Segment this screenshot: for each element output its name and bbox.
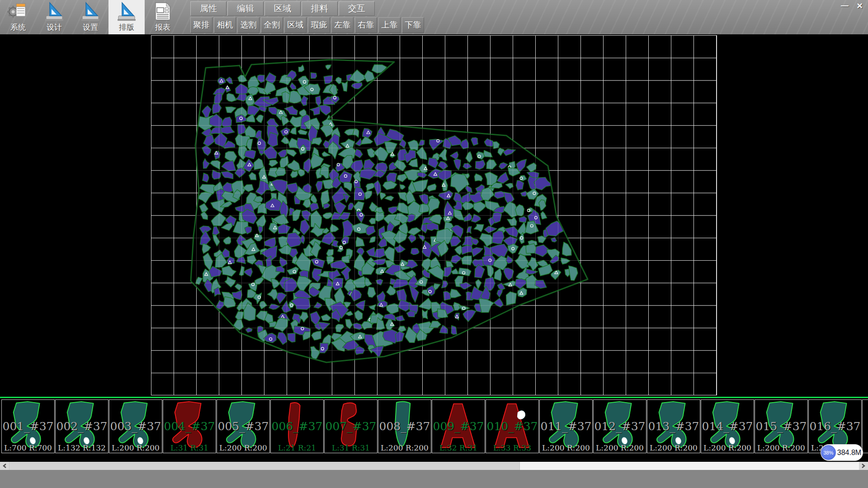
piece-id-label: 016_#37 bbox=[809, 420, 861, 433]
piece-lr-count: L:31 R:31 bbox=[325, 443, 377, 452]
piece-id-label: 005_#37 bbox=[217, 420, 269, 433]
system-gear-icon bbox=[6, 1, 30, 22]
nav-item-nesting-ruler[interactable]: 排版 bbox=[108, 0, 145, 34]
piece-id-label: 009_#37 bbox=[432, 420, 485, 433]
memory-usage-label: 384.8M bbox=[836, 449, 863, 457]
close-button[interactable]: ✕ bbox=[852, 0, 867, 12]
nav-item-label: 设置 bbox=[83, 22, 98, 33]
tool-button[interactable]: 区域 bbox=[284, 17, 307, 33]
piece-thumbnail[interactable]: 002_#37L:132 R:132 bbox=[55, 399, 108, 453]
tool-button[interactable]: 下靠 bbox=[402, 17, 424, 33]
nav-item-report-doc[interactable]: 报表 bbox=[145, 0, 181, 34]
piece-id-label: 001_#37 bbox=[2, 420, 54, 433]
piece-thumbnail-strip: 001_#37L:700 R:700002_#37L:132 R:132003_… bbox=[0, 397, 868, 454]
piece-thumbnail[interactable]: 005_#37L:200 R:200 bbox=[217, 399, 270, 453]
chevron-right-icon bbox=[862, 464, 865, 468]
tool-button[interactable]: 左靠 bbox=[331, 17, 354, 33]
application-window: 系统设计设置排版报表 属性编辑区域排料交互 聚排相机选割全割区域瑕疵左靠右靠上靠… bbox=[0, 0, 868, 488]
nav-item-label: 报表 bbox=[155, 22, 170, 33]
nesting-canvas[interactable] bbox=[0, 34, 868, 397]
piece-thumbnail[interactable]: 013_#37L:200 R:200 bbox=[647, 399, 700, 453]
nesting-ruler-icon bbox=[115, 1, 138, 22]
tool-button-row: 聚排相机选割全割区域瑕疵左靠右靠上靠下靠 bbox=[190, 17, 425, 33]
piece-thumbnail[interactable]: 009_#37L:32 R:31 bbox=[432, 399, 485, 453]
piece-lr-count: L:200 R:200 bbox=[594, 443, 646, 452]
settings-ruler-icon bbox=[79, 1, 102, 22]
piece-thumbnail[interactable]: 010_#37L:33 R:33 bbox=[486, 399, 539, 453]
nav-item-label: 排版 bbox=[119, 22, 134, 33]
piece-thumbnail[interactable]: 007_#37L:31 R:31 bbox=[324, 399, 377, 453]
minimize-button[interactable]: — bbox=[837, 0, 852, 12]
piece-lr-count: L:700 R:700 bbox=[2, 443, 54, 452]
piece-thumbnail[interactable]: 015_#37L:200 R:200 bbox=[755, 399, 808, 453]
tool-button[interactable]: 聚排 bbox=[190, 17, 212, 33]
piece-lr-count: L:200 R:200 bbox=[109, 443, 162, 452]
piece-lr-count: L:200 R:200 bbox=[701, 443, 754, 452]
piece-id-label: 014_#37 bbox=[701, 420, 754, 433]
piece-lr-count: L:33 R:33 bbox=[486, 443, 538, 452]
chevron-left-icon bbox=[3, 464, 6, 468]
piece-id-label: 010_#37 bbox=[486, 420, 538, 433]
piece-id-label: 007_#37 bbox=[325, 420, 377, 433]
piece-id-label: 015_#37 bbox=[755, 420, 807, 433]
progress-circle: 38% bbox=[821, 445, 836, 460]
piece-lr-count: L:200 R:200 bbox=[755, 443, 807, 452]
menu-tab[interactable]: 交互 bbox=[339, 1, 375, 16]
tool-button[interactable]: 右靠 bbox=[355, 17, 377, 33]
piece-lr-count: L:21 R:21 bbox=[271, 443, 323, 452]
tool-button[interactable]: 上靠 bbox=[378, 17, 401, 33]
piece-thumbnail[interactable]: 012_#37L:200 R:200 bbox=[593, 399, 646, 453]
piece-id-label: 012_#37 bbox=[594, 420, 646, 433]
scroll-left-button[interactable] bbox=[0, 462, 9, 470]
menu-tab[interactable]: 属性 bbox=[190, 1, 226, 16]
piece-id-label: 004_#37 bbox=[163, 420, 216, 433]
main-nav-toolbar: 系统设计设置排版报表 bbox=[0, 0, 181, 34]
piece-id-label: 013_#37 bbox=[647, 420, 700, 433]
scroll-right-button[interactable] bbox=[859, 462, 868, 470]
tool-button[interactable]: 全割 bbox=[261, 17, 283, 33]
piece-lr-count: L:200 R:200 bbox=[217, 443, 269, 452]
piece-thumbnail[interactable]: 001_#37L:700 R:700 bbox=[1, 399, 55, 453]
nav-item-label: 设计 bbox=[47, 22, 62, 33]
piece-id-label: 002_#37 bbox=[56, 420, 108, 433]
nav-item-design-ruler[interactable]: 设计 bbox=[36, 0, 72, 34]
leather-hide-layout bbox=[0, 34, 868, 397]
menu-tab[interactable]: 排料 bbox=[302, 1, 338, 16]
menu-tab[interactable]: 区域 bbox=[264, 1, 301, 16]
nav-item-label: 系统 bbox=[10, 22, 26, 33]
piece-lr-count: L:31 R:31 bbox=[163, 443, 216, 452]
piece-thumbnail[interactable]: 004_#37L:31 R:31 bbox=[163, 399, 216, 453]
nav-item-system-gear[interactable]: 系统 bbox=[0, 0, 36, 34]
piece-thumbnail[interactable]: 006_#37L:21 R:21 bbox=[270, 399, 324, 453]
nav-item-settings-ruler[interactable]: 设置 bbox=[72, 0, 108, 34]
piece-lr-count: L:200 R:200 bbox=[647, 443, 700, 452]
window-footer bbox=[0, 470, 868, 488]
tool-button[interactable]: 相机 bbox=[214, 17, 236, 33]
horizontal-scrollbar[interactable] bbox=[0, 462, 868, 470]
piece-id-label: 006_#37 bbox=[271, 420, 323, 433]
piece-lr-count: L:132 R:132 bbox=[56, 443, 108, 452]
piece-id-label: 003_#37 bbox=[109, 420, 162, 433]
piece-thumbnail[interactable] bbox=[862, 399, 868, 453]
scrollbar-thumb[interactable] bbox=[9, 462, 520, 470]
titlebar: 系统设计设置排版报表 属性编辑区域排料交互 聚排相机选割全割区域瑕疵左靠右靠上靠… bbox=[0, 0, 868, 34]
piece-thumbnail[interactable]: 003_#37L:200 R:200 bbox=[109, 399, 162, 453]
piece-thumbnail[interactable]: 008_#37L:200 R:200 bbox=[378, 399, 431, 453]
piece-thumbnail[interactable]: 014_#37L:200 R:200 bbox=[701, 399, 754, 453]
tool-button[interactable]: 选割 bbox=[237, 17, 259, 33]
piece-lr-count: L:32 R:31 bbox=[432, 443, 485, 452]
design-ruler-icon bbox=[42, 1, 66, 22]
piece-id-label: 008_#37 bbox=[378, 420, 431, 433]
tool-button[interactable]: 瑕疵 bbox=[308, 17, 330, 33]
window-controls: — ✕ bbox=[837, 0, 867, 12]
piece-lr-count: L:200 R:200 bbox=[378, 443, 431, 452]
piece-lr-count: L:200 R:200 bbox=[540, 443, 592, 452]
piece-id-label: 011_#37 bbox=[540, 420, 592, 433]
menu-tab-row: 属性编辑区域排料交互 bbox=[190, 1, 376, 16]
piece-thumbnail[interactable]: 011_#37L:200 R:200 bbox=[539, 399, 593, 453]
menu-tab[interactable]: 编辑 bbox=[227, 1, 264, 16]
status-badge: 38% 384.8M bbox=[821, 444, 863, 461]
report-doc-icon bbox=[151, 1, 175, 22]
